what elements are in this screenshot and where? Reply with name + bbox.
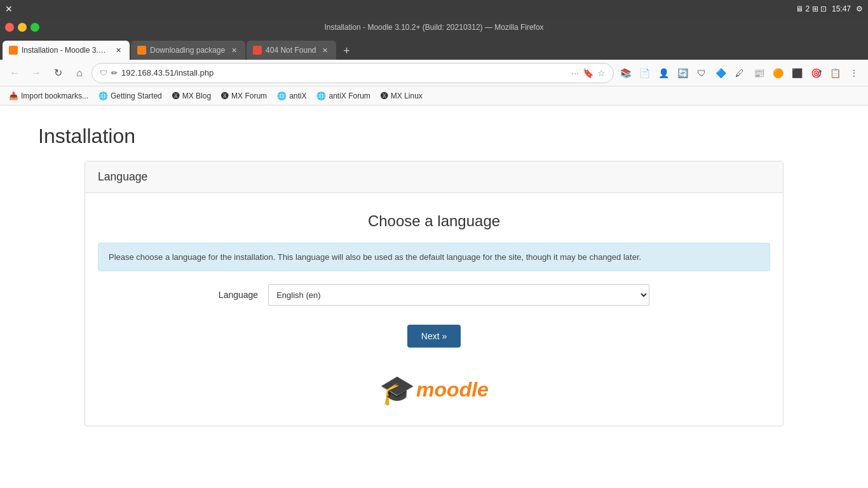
tab-2-close[interactable]: ✕: [229, 45, 239, 55]
bookmark-mx-linux[interactable]: 🅧 MX Linux: [377, 90, 426, 102]
tab-bar: Installation - Moodle 3.10.2+ ✕ Download…: [0, 37, 868, 60]
security-icon: 🛡: [100, 69, 107, 78]
bookmarks-bar: 📥 Import bookmarks... 🌐 Getting Started …: [0, 86, 868, 105]
tab-2-label: Downloading package: [150, 46, 225, 55]
lang-label: Language: [219, 290, 258, 300]
tab-2[interactable]: Downloading package ✕: [131, 41, 245, 60]
info-box: Please choose a language for the install…: [98, 243, 770, 271]
import-icon: 📥: [9, 92, 18, 100]
back-button[interactable]: ←: [5, 64, 24, 83]
bookmark-import-label: Import bookmarks...: [21, 92, 88, 100]
bookmark-mx-linux-label: MX Linux: [391, 92, 423, 100]
browser-content: Installation Language Choose a language …: [0, 105, 868, 488]
extension3-icon[interactable]: 🖊: [731, 64, 749, 82]
window-minimize-button[interactable]: [18, 23, 27, 32]
tab-3[interactable]: 404 Not Found ✕: [247, 41, 336, 60]
os-x-icon: ✕: [5, 4, 13, 14]
home-button[interactable]: ⌂: [70, 64, 89, 83]
reload-button[interactable]: ↻: [48, 64, 67, 83]
tab-3-label: 404 Not Found: [266, 46, 316, 55]
reader-icon[interactable]: 📄: [635, 64, 653, 82]
mx-blog-icon: 🅧: [172, 92, 180, 100]
overflow-icon[interactable]: ⋮: [845, 64, 863, 82]
tab-1[interactable]: Installation - Moodle 3.10.2+ ✕: [3, 41, 130, 60]
sync-icon[interactable]: 🔄: [674, 64, 691, 82]
mx-linux-icon: 🅧: [381, 92, 388, 100]
moodle-logo-text: moodle: [416, 378, 489, 402]
extension1-icon[interactable]: 🛡: [693, 64, 710, 82]
os-system-tray: 🖥 2 ⊞ ⊡ 15:47 ⚙: [796, 4, 863, 13]
language-section-label: Language: [98, 170, 147, 183]
extension2-icon[interactable]: 🔷: [712, 64, 729, 82]
bookmark-import[interactable]: 📥 Import bookmarks...: [5, 90, 92, 102]
url-bar[interactable]: 🛡 ✏ 192.168.43.51/install.php ··· 🔖 ☆: [92, 63, 614, 83]
url-favicon: ✏: [111, 69, 118, 78]
url-star-icon[interactable]: ☆: [597, 68, 606, 78]
tab-2-favicon: [137, 46, 146, 55]
choose-language-title: Choose a language: [368, 212, 500, 230]
bookmark-antix-forum-label: antiX Forum: [329, 92, 370, 100]
nav-right-icons: 📚 📄 👤 🔄 🛡 🔷 🖊 📰 🟠 ⬛ 🎯 📋 ⋮: [616, 64, 863, 82]
moodle-logo: 🎓 moodle: [379, 373, 489, 407]
next-button[interactable]: Next »: [407, 325, 461, 348]
window-maximize-button[interactable]: [31, 23, 39, 32]
bookmark-getting-started-label: Getting Started: [111, 92, 162, 100]
getting-started-icon: 🌐: [98, 92, 108, 100]
account-icon[interactable]: 👤: [654, 64, 672, 82]
extension7-icon[interactable]: 🎯: [807, 64, 825, 82]
forward-button[interactable]: →: [27, 64, 46, 83]
browser-chrome: Installation - Moodle 3.10.2+ (Build: 20…: [0, 18, 868, 105]
bookmark-antix-label: antiX: [289, 92, 306, 100]
bookmark-mx-blog[interactable]: 🅧 MX Blog: [168, 90, 215, 102]
extension4-icon[interactable]: 📰: [750, 64, 768, 82]
bookmark-mx-forum-label: MX Forum: [231, 92, 267, 100]
tab-3-close[interactable]: ✕: [320, 45, 330, 55]
tab-1-label: Installation - Moodle 3.10.2+: [22, 46, 109, 55]
library-icon[interactable]: 📚: [616, 64, 634, 82]
page-title: Installation: [38, 125, 135, 148]
window-close-button[interactable]: [5, 23, 14, 32]
url-more-icon[interactable]: ···: [571, 68, 579, 78]
language-body: Choose a language Please choose a langua…: [85, 193, 783, 426]
url-bookmark-icon[interactable]: 🔖: [583, 68, 593, 78]
bookmark-mx-blog-label: MX Blog: [182, 92, 211, 100]
content-box: Language Choose a language Please choose…: [85, 161, 783, 426]
url-text: 192.168.43.51/install.php: [121, 68, 214, 78]
bookmark-antix[interactable]: 🌐 antiX: [273, 90, 310, 102]
window-controls[interactable]: [5, 23, 39, 32]
window-title: Installation - Moodle 3.10.2+ (Build: 20…: [324, 23, 543, 32]
language-select[interactable]: English (en): [268, 284, 649, 306]
mx-forum-icon: 🅧: [221, 92, 229, 100]
antix-icon: 🌐: [277, 92, 287, 100]
antix-forum-icon: 🌐: [316, 92, 326, 100]
bookmark-antix-forum[interactable]: 🌐 antiX Forum: [313, 90, 374, 102]
os-clock: 15:47: [832, 4, 851, 13]
language-select-row: Language English (en): [98, 284, 770, 306]
language-header: Language: [85, 161, 783, 193]
extension5-icon[interactable]: 🟠: [769, 64, 787, 82]
nav-bar: ← → ↻ ⌂ 🛡 ✏ 192.168.43.51/install.php ··…: [0, 60, 868, 86]
moodle-hat-icon: 🎓: [379, 373, 415, 407]
tab-1-close[interactable]: ✕: [113, 45, 123, 55]
os-settings-icon: ⚙: [856, 4, 863, 13]
info-text: Please choose a language for the install…: [109, 252, 641, 262]
title-bar: Installation - Moodle 3.10.2+ (Build: 20…: [0, 18, 868, 37]
bookmark-getting-started[interactable]: 🌐 Getting Started: [95, 90, 166, 102]
extension8-icon[interactable]: 📋: [826, 64, 844, 82]
tab-3-favicon: [253, 46, 262, 55]
os-tray-icons: 🖥 2 ⊞ ⊡: [796, 4, 827, 13]
new-tab-button[interactable]: +: [337, 42, 355, 60]
tab-1-favicon: [9, 46, 18, 55]
extension6-icon[interactable]: ⬛: [788, 64, 806, 82]
bookmark-mx-forum[interactable]: 🅧 MX Forum: [217, 90, 271, 102]
os-taskbar: ✕ 🖥 2 ⊞ ⊡ 15:47 ⚙: [0, 0, 868, 18]
